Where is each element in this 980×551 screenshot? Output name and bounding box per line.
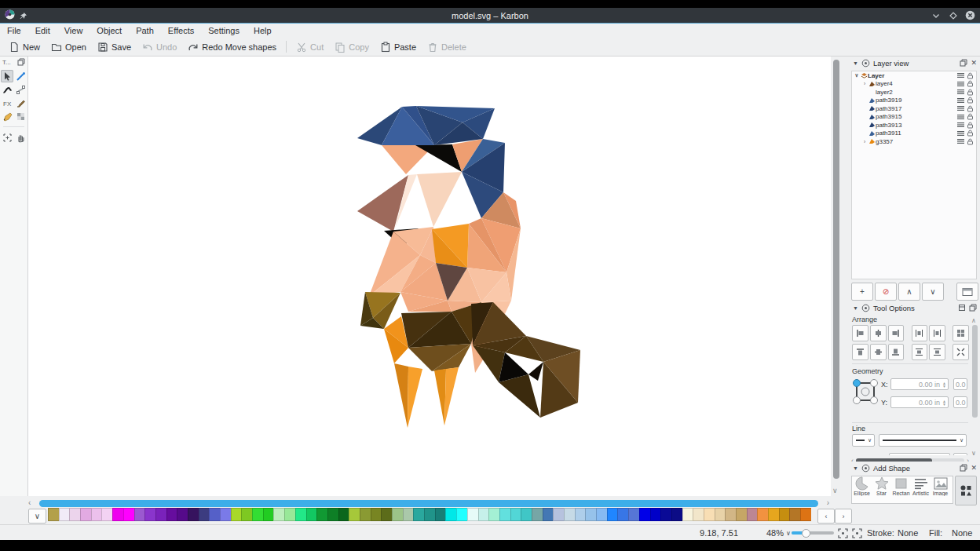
lock-icon[interactable] [967,130,974,137]
color-swatch-9[interactable] [144,508,155,521]
brush-tool[interactable] [14,97,27,109]
color-swatch-49[interactable] [575,508,586,521]
new-button[interactable]: New [3,40,46,54]
color-swatch-15[interactable] [209,508,220,521]
color-swatch-40[interactable] [478,508,489,521]
pen-tool[interactable] [14,70,27,82]
color-swatch-41[interactable] [488,508,499,521]
align-center-vertical-button[interactable] [870,344,887,360]
menu-file[interactable]: File [0,24,28,38]
align-top-button[interactable] [852,344,868,360]
visibility-menu-icon[interactable] [957,114,964,120]
color-swatch-53[interactable] [617,508,628,521]
line-cap-dropdown[interactable]: ∨ [852,434,875,447]
lower-layer-button[interactable]: ∨ [922,283,944,301]
gradient-tool[interactable] [1,110,13,122]
color-swatch-8[interactable] [134,508,145,521]
artwork-low-poly-parrot[interactable] [349,98,593,443]
lock-icon[interactable] [967,113,974,120]
paste-button[interactable]: Paste [375,40,422,54]
layer-row-layer[interactable]: ∨Layer [852,71,976,80]
color-swatch-28[interactable] [349,508,360,521]
redo-move-shapes-button[interactable]: Redo Move shapes [182,40,282,54]
color-swatch-69[interactable] [789,508,800,521]
artwork-polygon[interactable] [408,367,422,428]
scroll-right-icon[interactable]: › [827,498,829,507]
menu-effects[interactable]: Effects [161,24,201,38]
color-swatch-21[interactable] [273,508,284,521]
layer-row-path3917[interactable]: path3917 [852,104,976,113]
color-swatch-51[interactable] [596,508,607,521]
scroll-down-icon[interactable]: ∨ [832,487,838,494]
delete-layer-button[interactable]: ⊘ [875,283,897,301]
add-layer-button[interactable]: + [851,283,873,301]
artwork-polygon[interactable] [444,367,459,425]
ungroup-shapes-button[interactable] [953,344,969,360]
anchor-position-widget[interactable] [852,377,879,419]
color-swatch-54[interactable] [628,508,639,521]
color-swatch-6[interactable] [112,508,123,521]
color-swatch-2[interactable] [69,508,80,521]
raise-layer-button[interactable]: ∧ [898,283,920,301]
color-swatch-4[interactable] [91,508,102,521]
save-button[interactable]: Save [92,40,137,54]
color-swatch-62[interactable] [715,508,726,521]
lock-icon[interactable] [967,89,974,96]
menu-edit[interactable]: Edit [28,24,57,38]
color-swatch-34[interactable] [413,508,424,521]
path-edit-tool[interactable] [14,83,27,96]
color-swatch-26[interactable] [327,508,338,521]
calligraphy-tool[interactable] [1,83,13,96]
layer-row-layer2[interactable]: layer2 [852,88,976,97]
dock-float-icon[interactable] [960,464,967,472]
color-swatch-70[interactable] [800,508,811,521]
color-swatch-45[interactable] [532,508,543,521]
visibility-menu-icon[interactable] [957,130,964,137]
color-swatch-29[interactable] [360,508,371,521]
palette-menu-button[interactable]: ∨ [28,509,46,524]
layer-row-path3911[interactable]: path3911 [852,130,976,138]
color-swatch-0[interactable] [48,508,59,521]
color-swatch-23[interactable] [295,508,306,521]
close-button[interactable] [965,10,975,20]
visibility-menu-icon[interactable] [957,138,964,144]
color-swatch-20[interactable] [263,508,274,521]
maximize-button[interactable] [948,10,958,20]
color-swatch-47[interactable] [553,508,564,521]
color-swatch-52[interactable] [607,508,618,521]
lock-icon[interactable] [967,105,974,112]
color-swatch-12[interactable] [177,508,188,521]
color-swatch-56[interactable] [650,508,661,521]
color-swatch-31[interactable] [381,508,392,521]
add-shape-rectan[interactable]: Rectan [891,476,911,496]
artwork-polygon[interactable] [499,374,540,418]
add-shape-image[interactable]: Image [931,476,950,496]
color-swatch-17[interactable] [231,508,242,521]
stroke-value[interactable]: None [898,525,918,541]
tool-options-vertical-scrollbar[interactable]: ∧ ∨ [971,317,978,457]
zoom-slider-handle[interactable] [802,529,810,538]
color-swatch-22[interactable] [284,508,295,521]
visibility-menu-icon[interactable] [957,89,964,95]
vertical-scrollbar-thumb[interactable] [833,60,839,479]
color-swatch-36[interactable] [435,508,446,521]
zoom-level[interactable]: 48% ∨ [766,525,791,541]
color-swatch-68[interactable] [779,508,790,521]
artwork-polygon[interactable] [417,172,462,227]
dock-float-icon[interactable] [17,58,25,68]
vertical-scrollbar-thumb[interactable] [972,325,978,418]
open-button[interactable]: Open [46,40,92,54]
menu-view[interactable]: View [57,24,90,38]
color-swatch-30[interactable] [371,508,382,521]
group-shapes-button[interactable] [953,325,969,341]
color-swatch-7[interactable] [123,508,134,521]
lock-icon[interactable] [967,72,974,79]
color-swatch-58[interactable] [671,508,682,521]
color-swatch-33[interactable] [403,508,414,521]
pattern-tool[interactable] [14,110,27,122]
color-swatch-42[interactable] [499,508,510,521]
fill-value[interactable]: None [952,525,972,541]
layer-tree[interactable]: ∨Layer›layer4layer2path3919path3917path3… [851,71,977,279]
menu-object[interactable]: Object [90,24,129,38]
distribute-horizontal-left-button[interactable] [912,325,928,341]
